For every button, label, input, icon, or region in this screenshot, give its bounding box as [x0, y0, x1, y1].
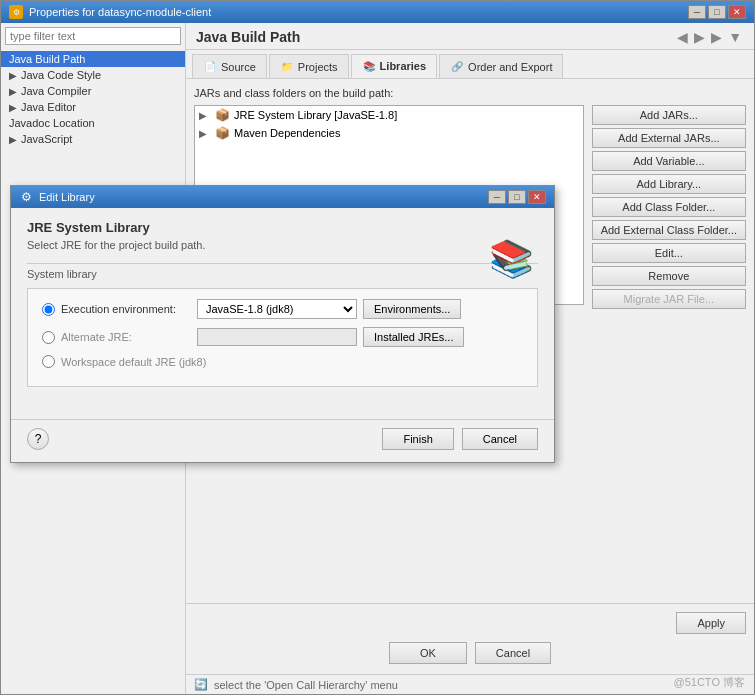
radio-row-execution: Execution environment: JavaSE-1.8 (jdk8)…	[42, 299, 523, 319]
source-tab-icon: 📄	[203, 60, 217, 74]
window-icon: ⚙	[9, 5, 23, 19]
execution-env-label: Execution environment:	[61, 303, 191, 315]
execution-env-radio[interactable]	[42, 303, 55, 316]
add-class-folder-button[interactable]: Add Class Folder...	[592, 197, 746, 217]
tab-libraries[interactable]: 📚 Libraries	[351, 54, 437, 78]
projects-tab-icon: 📁	[280, 60, 294, 74]
dialog-icon: ⚙	[19, 190, 33, 204]
dialog-maximize-button[interactable]: □	[508, 190, 526, 204]
dialog-content: JRE System Library Select JRE for the pr…	[11, 208, 554, 411]
dialog-close-button[interactable]: ✕	[528, 190, 546, 204]
jar-icon: 📦	[215, 126, 230, 140]
separator	[27, 263, 538, 264]
tree-item-maven-label: Maven Dependencies	[234, 127, 340, 139]
installed-jres-button[interactable]: Installed JREs...	[363, 327, 464, 347]
help-button[interactable]: ?	[27, 428, 49, 450]
add-library-button[interactable]: Add Library...	[592, 174, 746, 194]
sidebar-item-javascript[interactable]: ▶ JavaScript	[1, 131, 185, 147]
title-bar: ⚙ Properties for datasync-module-client …	[1, 1, 754, 23]
add-variable-button[interactable]: Add Variable...	[592, 151, 746, 171]
workspace-jre-label: Workspace default JRE (jdk8)	[61, 356, 206, 368]
status-bar: 🔄 select the 'Open Call Hierarchy' menu	[186, 674, 754, 694]
alternate-jre-radio[interactable]	[42, 331, 55, 344]
system-library-box: Execution environment: JavaSE-1.8 (jdk8)…	[27, 288, 538, 387]
execution-env-select[interactable]: JavaSE-1.8 (jdk8)	[197, 299, 357, 319]
workspace-jre-radio[interactable]	[42, 355, 55, 368]
status-text: select the 'Open Call Hierarchy' menu	[214, 679, 398, 691]
edit-button[interactable]: Edit...	[592, 243, 746, 263]
alternate-jre-label: Alternate JRE:	[61, 331, 191, 343]
arrow-icon: ▶	[9, 86, 17, 97]
sidebar-item-javadoc-location[interactable]: Javadoc Location	[1, 115, 185, 131]
section-label: System library	[27, 268, 538, 280]
title-bar-left: ⚙ Properties for datasync-module-client	[9, 5, 211, 19]
add-external-jars-button[interactable]: Add External JARs...	[592, 128, 746, 148]
dialog-title: Edit Library	[39, 191, 95, 203]
watermark: @51CTO 博客	[674, 675, 745, 690]
ok-button[interactable]: OK	[389, 642, 467, 664]
apply-button[interactable]: Apply	[676, 612, 746, 634]
libraries-tab-icon: 📚	[362, 59, 376, 73]
tree-item-jre[interactable]: ▶ 📦 JRE System Library [JavaSE-1.8]	[195, 106, 583, 124]
tree-item-maven[interactable]: ▶ 📦 Maven Dependencies	[195, 124, 583, 142]
dropdown-arrow[interactable]: ▼	[726, 29, 744, 45]
radio-row-workspace: Workspace default JRE (jdk8)	[42, 355, 523, 368]
sidebar-item-java-editor[interactable]: ▶ Java Editor	[1, 99, 185, 115]
dialog-subtext: Select JRE for the project build path.	[27, 239, 538, 251]
tabs-bar: 📄 Source 📁 Projects 📚 Libraries 🔗 Order …	[186, 50, 754, 79]
tab-projects[interactable]: 📁 Projects	[269, 54, 349, 78]
migrate-jar-button[interactable]: Migrate JAR File...	[592, 289, 746, 309]
order-export-tab-icon: 🔗	[450, 60, 464, 74]
cancel-button[interactable]: Cancel	[475, 642, 551, 664]
window-controls: ─ □ ✕	[688, 5, 746, 19]
dialog-title-bar: ⚙ Edit Library ─ □ ✕	[11, 186, 554, 208]
arrow-icon: ▶	[9, 70, 17, 81]
alternate-jre-input[interactable]	[197, 328, 357, 346]
tab-order-export-label: Order and Export	[468, 61, 552, 73]
dialog-win-controls: ─ □ ✕	[488, 190, 546, 204]
add-external-class-folder-button[interactable]: Add External Class Folder...	[592, 220, 746, 240]
arrow-icon: ▶	[9, 134, 17, 145]
ok-cancel-row: OK Cancel	[186, 642, 754, 674]
bottom-buttons: Apply	[186, 603, 754, 642]
tree-item-jre-label: JRE System Library [JavaSE-1.8]	[234, 109, 397, 121]
tab-order-export[interactable]: 🔗 Order and Export	[439, 54, 563, 78]
finish-button[interactable]: Finish	[382, 428, 453, 450]
dialog-cancel-button[interactable]: Cancel	[462, 428, 538, 450]
dialog-minimize-button[interactable]: ─	[488, 190, 506, 204]
sidebar-item-java-compiler[interactable]: ▶ Java Compiler	[1, 83, 185, 99]
separator-icon: ▶	[692, 29, 707, 45]
expand-icon: ▶	[199, 128, 211, 139]
arrow-icon: ▶	[9, 102, 17, 113]
sidebar-item-label: JavaScript	[21, 133, 72, 145]
minimize-button[interactable]: ─	[688, 5, 706, 19]
window-title: Properties for datasync-module-client	[29, 6, 211, 18]
maximize-button[interactable]: □	[708, 5, 726, 19]
content-label: JARs and class folders on the build path…	[194, 87, 746, 99]
back-arrow[interactable]: ◀	[675, 29, 690, 45]
books-icon: 📚	[489, 238, 534, 279]
sidebar-item-label: Java Editor	[21, 101, 76, 113]
add-jars-button[interactable]: Add JARs...	[592, 105, 746, 125]
remove-button[interactable]: Remove	[592, 266, 746, 286]
close-button[interactable]: ✕	[728, 5, 746, 19]
sidebar-item-java-build-path[interactable]: Java Build Path	[1, 51, 185, 67]
jar-icon: 📦	[215, 108, 230, 122]
expand-icon: ▶	[199, 110, 211, 121]
tab-source[interactable]: 📄 Source	[192, 54, 267, 78]
filter-input[interactable]	[5, 27, 181, 45]
sidebar-item-label: Java Build Path	[9, 53, 85, 65]
tab-projects-label: Projects	[298, 61, 338, 73]
tab-libraries-label: Libraries	[380, 60, 426, 72]
radio-row-alternate: Alternate JRE: Installed JREs...	[42, 327, 523, 347]
nav-arrows: ◀ ▶ ▶ ▼	[675, 29, 744, 45]
sidebar-item-label: Java Code Style	[21, 69, 101, 81]
sidebar-item-java-code-style[interactable]: ▶ Java Code Style	[1, 67, 185, 83]
panel-title: Java Build Path	[196, 29, 300, 45]
sidebar-item-label: Javadoc Location	[9, 117, 95, 129]
environments-button[interactable]: Environments...	[363, 299, 461, 319]
dialog-heading: JRE System Library	[27, 220, 538, 235]
sidebar-item-label: Java Compiler	[21, 85, 91, 97]
forward-arrow[interactable]: ▶	[709, 29, 724, 45]
dialog-title-left: ⚙ Edit Library	[19, 190, 95, 204]
